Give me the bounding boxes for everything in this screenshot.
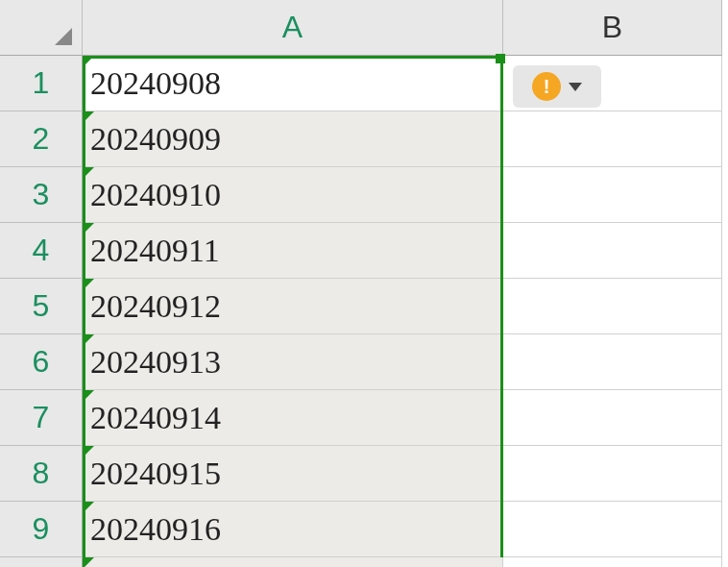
cell-A6[interactable]: 20240913	[83, 334, 503, 390]
cell-B10[interactable]	[503, 557, 722, 567]
fill-handle[interactable]	[496, 54, 505, 63]
cell-A1[interactable]: 20240908	[83, 56, 503, 111]
spreadsheet-grid: A B 1 20240908 2 20240909 3 20240910 4 2…	[0, 0, 728, 567]
row-header[interactable]: 3	[0, 167, 83, 223]
cell-A3[interactable]: 20240910	[83, 167, 503, 223]
text-stored-as-number-icon	[83, 111, 94, 123]
row-header[interactable]: 1	[0, 56, 83, 111]
column-header-A[interactable]: A	[83, 0, 503, 56]
row-header[interactable]	[0, 557, 83, 567]
cell-value: 20240909	[90, 121, 221, 158]
cell-value: 20240908	[90, 65, 221, 102]
text-stored-as-number-icon	[83, 502, 94, 513]
cell-A2[interactable]: 20240909	[83, 111, 503, 167]
row-header[interactable]: 9	[0, 502, 83, 557]
column-header-B[interactable]: B	[503, 0, 722, 56]
text-stored-as-number-icon	[83, 56, 94, 67]
cell-value: 20240914	[90, 400, 221, 436]
text-stored-as-number-icon	[83, 557, 94, 567]
cell-A10[interactable]	[83, 557, 503, 567]
cell-B6[interactable]	[503, 334, 722, 390]
cell-value: 20240916	[90, 511, 221, 548]
cell-B2[interactable]	[503, 111, 722, 167]
row-header[interactable]: 7	[0, 390, 83, 446]
cell-A9[interactable]: 20240916	[83, 502, 503, 557]
cell-value: 20240911	[90, 233, 220, 269]
text-stored-as-number-icon	[83, 279, 94, 290]
row-header[interactable]: 2	[0, 111, 83, 167]
text-stored-as-number-icon	[83, 390, 94, 402]
row-header[interactable]: 5	[0, 279, 83, 334]
select-all-corner[interactable]	[0, 0, 83, 56]
cell-B5[interactable]	[503, 279, 722, 334]
warning-icon: !	[532, 72, 561, 101]
cell-B3[interactable]	[503, 167, 722, 223]
row-header[interactable]: 8	[0, 446, 83, 502]
chevron-down-icon	[569, 83, 582, 91]
cell-value: 20240912	[90, 288, 221, 325]
row-header[interactable]: 4	[0, 223, 83, 279]
cell-B8[interactable]	[503, 446, 722, 502]
row-header[interactable]: 6	[0, 334, 83, 390]
cell-B7[interactable]	[503, 390, 722, 446]
text-stored-as-number-icon	[83, 446, 94, 457]
cell-value: 20240915	[90, 456, 221, 492]
text-stored-as-number-icon	[83, 167, 94, 179]
cell-B4[interactable]	[503, 223, 722, 279]
text-stored-as-number-icon	[83, 334, 94, 346]
text-stored-as-number-icon	[83, 223, 94, 234]
cell-B9[interactable]	[503, 502, 722, 557]
cell-A5[interactable]: 20240912	[83, 279, 503, 334]
error-smart-tag[interactable]: !	[513, 65, 601, 108]
cell-A7[interactable]: 20240914	[83, 390, 503, 446]
cell-value: 20240910	[90, 177, 221, 213]
cell-value: 20240913	[90, 344, 221, 381]
cell-A8[interactable]: 20240915	[83, 446, 503, 502]
cell-A4[interactable]: 20240911	[83, 223, 503, 279]
